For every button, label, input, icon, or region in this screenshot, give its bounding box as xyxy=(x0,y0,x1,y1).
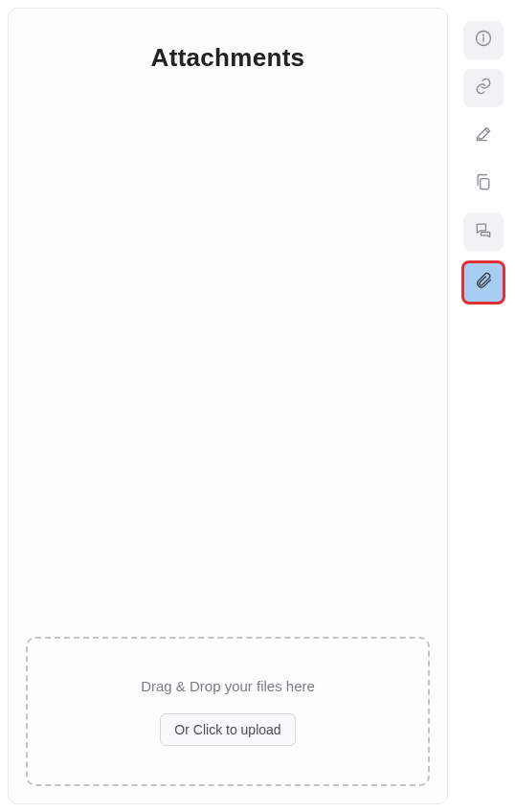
edit-icon xyxy=(474,124,493,147)
svg-rect-3 xyxy=(481,179,489,190)
empty-area xyxy=(26,82,430,637)
copy-icon xyxy=(474,172,493,195)
file-dropzone[interactable]: Drag & Drop your files here Or Click to … xyxy=(26,637,430,786)
rail-attachments[interactable] xyxy=(461,260,505,304)
svg-point-2 xyxy=(483,34,484,35)
link-icon xyxy=(474,77,493,100)
attachments-panel: Attachments Drag & Drop your files here … xyxy=(8,8,448,804)
rail-info[interactable] xyxy=(463,21,504,59)
rail-edit[interactable] xyxy=(463,117,504,155)
paperclip-icon xyxy=(474,271,493,294)
side-rail xyxy=(459,8,507,804)
info-icon xyxy=(474,29,493,52)
rail-copy[interactable] xyxy=(463,165,504,203)
rail-link[interactable] xyxy=(463,69,504,107)
page-title: Attachments xyxy=(26,43,430,73)
upload-button[interactable]: Or Click to upload xyxy=(160,713,295,746)
dropzone-hint: Drag & Drop your files here xyxy=(141,678,315,694)
rail-comments[interactable] xyxy=(463,213,504,251)
comments-icon xyxy=(474,220,493,243)
